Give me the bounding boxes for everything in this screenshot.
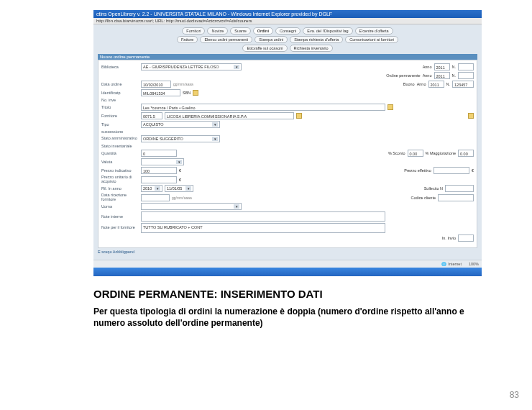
chevron-down-icon: ▾ xyxy=(212,122,218,127)
ril-data-value: 11/01/05 xyxy=(167,186,182,191)
valuta-select[interactable]: ▾ xyxy=(141,158,184,165)
sollecito-input[interactable] xyxy=(445,185,474,192)
quantita-input[interactable]: 0 xyxy=(141,150,177,157)
prezzo-ind-input[interactable]: 100 xyxy=(141,167,177,174)
data-ordine-label: Data ordine xyxy=(101,82,139,86)
buono-anno-label: Anno xyxy=(417,82,426,86)
codice-cliente-input[interactable] xyxy=(438,194,474,201)
note-interne-label: Note interne xyxy=(101,214,139,219)
tab-fornitori[interactable]: Fornitori xyxy=(182,27,205,35)
status-zoom: 100% xyxy=(469,262,479,266)
page-number: 83 xyxy=(510,390,519,400)
titolo-input[interactable]: Les *cosmce / Paris • Guelino xyxy=(141,104,385,111)
data-ric-label: Data ricezione fornitore xyxy=(101,193,139,201)
succ-label: successione xyxy=(101,129,139,134)
footer-link[interactable]: E sceço Acbbligpend xyxy=(98,250,477,254)
tab-richiesta-inventario[interactable]: Richiesta inventario xyxy=(290,45,333,52)
data-ric-input[interactable] xyxy=(141,194,170,201)
maggio-label: % Maggiorazione xyxy=(426,151,457,155)
invio-input[interactable] xyxy=(458,234,474,242)
chevron-down-icon: ▾ xyxy=(176,160,182,164)
ordine-perm-n-label: N. xyxy=(452,73,457,78)
fornitore-name-input[interactable]: LICOSA LIBRERIA COMMISSIONARIA S.P.A xyxy=(165,112,294,119)
biblioteca-select[interactable]: AE - GIURISPRUDENZA LETTRE FILOSO ▾ xyxy=(141,63,242,70)
app-screenshot: ctlns OpenLibrery v. 2.2 - UNIVERSITA ST… xyxy=(93,10,482,269)
buono-n-label: N. xyxy=(446,82,451,86)
tab-comunicazioni[interactable]: Comunicazioni ai fornitori xyxy=(345,36,398,43)
note-ford-label: Note per il fornitore xyxy=(101,226,139,230)
sbn-label: SBN xyxy=(183,91,191,95)
anno-input[interactable]: 2011 xyxy=(434,63,450,70)
search-icon[interactable] xyxy=(387,104,393,110)
stato-amm-select[interactable]: ORDINE SUGGERITO ▾ xyxy=(141,135,220,142)
tab-suarre[interactable]: Suarre xyxy=(230,27,251,35)
tab-row-3: Eticvaffe sul ocasoni Richiesta inventar… xyxy=(98,45,477,52)
biblioteca-label: Biblioteca xyxy=(101,65,139,69)
info-icon[interactable] xyxy=(468,113,474,119)
tab-fatture[interactable]: Fatture xyxy=(177,36,198,43)
section-title: Nuovo ordine permanente xyxy=(98,54,477,60)
tab-stampa-richiesta[interactable]: Stampa richiesta d'offerta xyxy=(290,36,343,43)
stato-inv-label: Stato inventariale xyxy=(101,144,139,148)
note-interne-input[interactable] xyxy=(141,211,385,222)
globe-icon: 🌐 xyxy=(441,262,446,266)
invio-label: In. Invio xyxy=(442,236,456,240)
tipo-value: ACQUISTO xyxy=(143,122,164,127)
prezzo-ind-label: Prezzo indicativo xyxy=(101,168,139,173)
tab-row-1: Fornitori Novize Suarre Ordini Consegni … xyxy=(98,27,477,35)
valuta-label: Valuta xyxy=(101,160,139,164)
buono-n-input[interactable]: 123457 xyxy=(452,81,474,88)
windows-taskbar[interactable] xyxy=(93,268,482,276)
n-label: N. xyxy=(452,65,457,69)
ril-anno-select[interactable]: 2010 ▾ xyxy=(141,185,162,192)
ordine-perm-n-input[interactable] xyxy=(458,72,474,79)
tipo-label: Tipo xyxy=(101,122,139,127)
ril-data-select[interactable]: 11/01/05 ▾ xyxy=(165,185,193,192)
tab-ordini[interactable]: Ordini xyxy=(253,27,273,35)
ie-window-title: ctlns OpenLibrery v. 2.2 - UNIVERSITA ST… xyxy=(93,10,482,18)
fornitore-label: Fornitore xyxy=(101,114,139,118)
prezzo-unit-label: Prezzo unitario di acquisto xyxy=(101,176,139,183)
stato-amm-label: Stato amministrativo xyxy=(101,137,139,141)
ril-label: Ril. In anno xyxy=(101,186,139,191)
maggio-input[interactable]: 0.00 xyxy=(458,150,474,157)
tab-row-2: Fatture Elenco ordini permanenti Stampa … xyxy=(98,36,477,43)
fornitore-code-input[interactable]: 0071.5 xyxy=(141,112,162,119)
prezzo-unit-input[interactable] xyxy=(141,176,177,183)
tab-etichette[interactable]: Eticvaffe sul ocasoni xyxy=(242,45,287,52)
tab-centre-offerta[interactable]: E'centre d'offerta xyxy=(355,27,393,35)
tab-dispositivi[interactable]: Eva. del i'Dispositivi lag xyxy=(303,27,352,35)
chevron-down-icon: ▾ xyxy=(234,204,239,209)
tab-consegni[interactable]: Consegni xyxy=(275,27,301,35)
search-icon[interactable] xyxy=(296,113,302,119)
buono-anno-input[interactable]: 2011 xyxy=(428,81,444,88)
search-icon[interactable] xyxy=(193,90,198,96)
tab-elenco-ordini[interactable]: Elenco ordini permanenti xyxy=(200,36,252,43)
sconto-input[interactable]: 0.00 xyxy=(408,150,423,157)
tab-stampa-ordini[interactable]: Stampa ordini xyxy=(254,36,288,43)
slide-caption: ORDINE PERMANENTE: INSERIMENTO DATI Per … xyxy=(93,288,482,329)
sollecito-label: Sollecito N xyxy=(424,186,443,191)
buono-label: Buono xyxy=(403,82,415,86)
ie-address-bar[interactable]: http://lbn.clsa.biarvinuzzu:ssrl; URL: h… xyxy=(93,18,482,24)
tipo-select[interactable]: ACQUISTO ▾ xyxy=(141,121,220,128)
n-input[interactable] xyxy=(458,63,474,70)
euro-icon: € xyxy=(179,168,181,173)
tab-novize[interactable]: Novize xyxy=(207,27,228,35)
data-ordine-input[interactable]: 10/02/2010 xyxy=(141,81,171,88)
identifying-label: Identificatp xyxy=(101,91,139,95)
ordine-perm-anno-input[interactable]: 2011 xyxy=(434,72,450,79)
data-ordine-hint: gg/mm/aaaa xyxy=(173,82,193,86)
data-ric-hint: gg/mm/aaaa xyxy=(172,196,192,200)
anno-label: Anno xyxy=(423,65,432,69)
note-ford-input[interactable]: TUTTO SU RUBRICATO + CONT xyxy=(141,223,385,233)
biblioteca-value: AE - GIURISPRUDENZA LETTRE FILOSO xyxy=(143,65,219,69)
uorna-select[interactable]: ▾ xyxy=(141,203,242,210)
sconto-label: % Sconto xyxy=(388,151,405,155)
identifying-input[interactable]: MIL0841534 xyxy=(141,89,180,96)
codice-cliente-label: Codice cliente xyxy=(411,196,436,200)
euro-icon: € xyxy=(179,178,181,182)
prezzo-eff-input[interactable] xyxy=(434,167,469,174)
app-content: Fornitori Novize Suarre Ordini Consegni … xyxy=(93,24,482,260)
noninv-label: No. inve xyxy=(101,98,139,102)
